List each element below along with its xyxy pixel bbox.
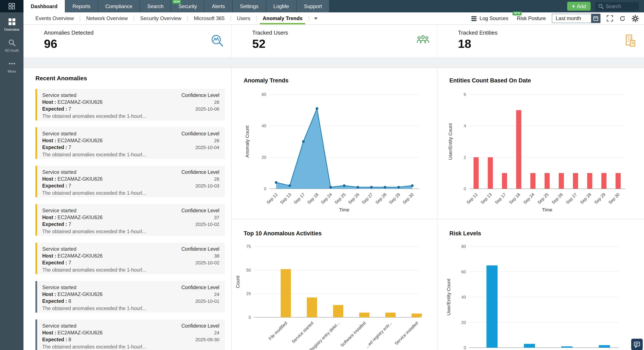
chart-top-activities[interactable]: 0255075CountFile modifiedService started… (232, 219, 437, 350)
svg-text:Sep 18: Sep 18 (508, 192, 521, 205)
add-button[interactable]: + Add (567, 2, 591, 11)
top-tab-logme[interactable]: LogMe (266, 0, 296, 13)
stat-title: Anomalies Detected (44, 30, 231, 36)
anomaly-description: The obtained anomalies exceeded the 1-ho… (42, 305, 219, 312)
subnav-tab-anomaly-trends[interactable]: Anomaly Trends (257, 13, 308, 24)
svg-text:50: 50 (246, 268, 251, 272)
anomaly-event: Service started (42, 322, 76, 329)
svg-text:Anomaly Count: Anomaly Count (244, 126, 250, 158)
gear-icon (632, 15, 639, 22)
anomaly-card[interactable]: Service startedConfidence LevelHost : EC… (36, 319, 225, 350)
top-tab-support[interactable]: Support (296, 0, 329, 13)
svg-text:0: 0 (264, 186, 266, 191)
top-tab-label: Reports (72, 3, 90, 9)
anomaly-event: Service started (42, 92, 76, 99)
anomaly-description: The obtained anomalies exceeded the 1-ho… (42, 266, 219, 273)
subnav-tab-users[interactable]: Users (231, 13, 256, 24)
anomaly-description: The obtained anomalies exceeded the 1-ho… (42, 190, 219, 196)
anomaly-event: Service started (42, 130, 76, 137)
top-tab-label: Compliance (105, 3, 132, 9)
stat-tracked-users[interactable]: Tracked Users52 (232, 25, 438, 58)
svg-text:Sep 13: Sep 13 (480, 192, 492, 205)
chart-risk-levels[interactable]: 020406080User/Entity Count (438, 219, 644, 350)
audit-search-icon (8, 39, 16, 47)
time-range-value: Last month (552, 15, 592, 21)
confidence-label: Confidence Level (182, 246, 219, 252)
calendar-icon (593, 15, 599, 21)
anomaly-list: Service startedConfidence LevelHost : EC… (36, 89, 225, 350)
svg-text:Sep 28: Sep 28 (374, 192, 387, 205)
svg-text:User/Entity Count: User/Entity Count (446, 279, 451, 315)
anomaly-card[interactable]: Service startedConfidence LevelHost : EC… (36, 243, 225, 274)
top-tab-settings[interactable]: Settings (232, 0, 266, 13)
refresh-button[interactable] (619, 15, 626, 22)
subnav-dropdown-button[interactable] (309, 13, 323, 24)
svg-text:Software installed: Software installed (340, 320, 366, 348)
new-badge: NEW (172, 0, 181, 4)
anomaly-event: Service started (42, 207, 76, 214)
time-range-select[interactable]: Last month (552, 14, 600, 23)
anomaly-expected: Expected : 7 (42, 144, 71, 151)
confidence-value: 38 (214, 252, 220, 259)
svg-text:Sep 24: Sep 24 (320, 192, 333, 205)
chart-entities-count[interactable]: 0246User/Entity CountTimeSep 12Sep 13Sep… (438, 68, 644, 219)
risk-posture-button[interactable]: NEW Risk Posture (517, 15, 546, 21)
stat-tracked-entities[interactable]: Tracked Entities18 (438, 25, 644, 58)
svg-text:Time: Time (542, 207, 552, 212)
calendar-button[interactable] (591, 14, 600, 23)
sidebar-item-overview[interactable]: Overview (0, 14, 24, 35)
anomaly-card[interactable]: Service startedConfidence LevelHost : EC… (36, 127, 225, 159)
anomaly-card[interactable]: Service startedConfidence LevelHost : EC… (36, 281, 225, 313)
anomaly-search-icon (210, 34, 224, 48)
svg-text:Sep 17: Sep 17 (494, 192, 507, 205)
top-tab-search[interactable]: Search (140, 0, 171, 13)
top-tab-reports[interactable]: Reports (65, 0, 98, 13)
chart-anomaly-trends[interactable]: 0204060Anomaly CountTimeSep 12Sep 13Sep … (232, 68, 437, 219)
sidebar-item-more[interactable]: More (0, 56, 24, 77)
search-box[interactable] (595, 2, 639, 11)
topbar: DashboardReportsComplianceSearchNEWSecur… (0, 0, 644, 13)
app-logo[interactable] (0, 0, 24, 13)
anomaly-card[interactable]: Service startedConfidence LevelHost : EC… (36, 89, 225, 120)
top-tab-label: Dashboard (31, 3, 58, 9)
subnav-tab-network-overview[interactable]: Network Overview (80, 13, 134, 24)
anomaly-event: Service started (42, 284, 76, 291)
add-button-label: Add (577, 3, 586, 9)
sidebar-item-ad-audit[interactable]: AD Audit (0, 35, 24, 56)
svg-text:Sep 27: Sep 27 (361, 192, 374, 205)
subnav-tab-events-overview[interactable]: Events Overview (30, 13, 80, 24)
anomaly-card[interactable]: Service startedConfidence LevelHost : EC… (36, 166, 225, 197)
top-tab-dashboard[interactable]: Dashboard (24, 0, 65, 13)
logo-grid-icon (8, 3, 15, 10)
grid-icon (8, 18, 16, 26)
anomaly-date: 2025-10-02 (195, 259, 219, 266)
topbar-right: + Add (567, 0, 644, 13)
confidence-label: Confidence Level (182, 169, 219, 176)
log-sources-button[interactable]: Log Sources (470, 15, 508, 22)
new-flag: NEW (512, 12, 522, 15)
anomaly-date: 2025-10-01 (195, 298, 219, 304)
top-tab-security[interactable]: NEWSecurity (171, 0, 204, 13)
top-tab-alerts[interactable]: Alerts (205, 0, 232, 13)
top-tab-compliance[interactable]: Compliance (98, 0, 140, 13)
stat-title: Tracked Entities (458, 30, 644, 36)
anomaly-expected: Expected : 7 (42, 259, 71, 266)
anomaly-host: Host : EC2AMAZ-GKIU626 (42, 137, 103, 144)
subnav-tab-microsoft-365[interactable]: Microsoft 365 (188, 13, 230, 24)
anomaly-expected: Expected : 8 (42, 298, 71, 304)
stat-value: 18 (458, 37, 644, 51)
svg-text:25: 25 (246, 291, 251, 296)
anomaly-host: Host : EC2AMAZ-GKIU626 (42, 291, 103, 298)
stat-anomalies-detected[interactable]: Anomalies Detected96 (24, 25, 232, 58)
confidence-value: 26 (214, 99, 220, 106)
log-sources-label: Log Sources (480, 15, 508, 21)
settings-gear-button[interactable] (632, 15, 639, 22)
anomaly-card[interactable]: Service startedConfidence LevelHost : EC… (36, 204, 225, 236)
anomaly-host: Host : EC2AMAZ-GKIU626 (42, 329, 103, 336)
svg-text:Sep 17: Sep 17 (293, 192, 306, 205)
feedback-button[interactable] (631, 339, 643, 350)
fullscreen-button[interactable] (606, 15, 613, 22)
svg-text:20: 20 (461, 320, 466, 325)
anomaly-event: Service started (42, 169, 76, 176)
subnav-tab-security-overview[interactable]: Security Overview (134, 13, 187, 24)
